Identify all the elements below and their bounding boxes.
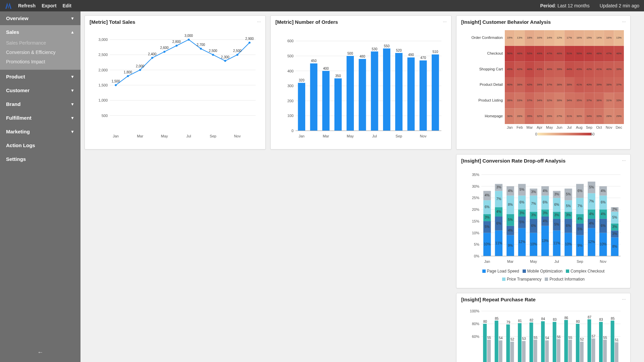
card-menu-icon[interactable]: … xyxy=(622,157,626,162)
topbar: Refresh Export Edit Period: Last 12 mont… xyxy=(0,0,644,11)
svg-text:2,300: 2,300 xyxy=(221,55,229,59)
card-menu-icon[interactable]: … xyxy=(257,18,261,23)
svg-text:3%: 3% xyxy=(531,213,536,217)
svg-text:29%: 29% xyxy=(616,115,622,118)
svg-point-24 xyxy=(151,57,153,59)
svg-text:30%: 30% xyxy=(577,115,582,118)
svg-text:25%: 25% xyxy=(472,196,479,200)
svg-rect-488 xyxy=(603,340,607,362)
svg-text:Jan: Jan xyxy=(299,134,305,138)
svg-point-30 xyxy=(188,39,190,41)
menu-refresh[interactable]: Refresh xyxy=(18,3,36,8)
svg-text:4%: 4% xyxy=(508,229,513,232)
svg-text:84: 84 xyxy=(541,317,545,321)
svg-rect-72 xyxy=(359,59,366,131)
svg-text:Checkout: Checkout xyxy=(487,51,503,55)
svg-text:6%: 6% xyxy=(601,200,606,204)
sidebar-collapse-icon[interactable]: ← xyxy=(37,349,43,356)
sidebar-item-promotions-impact[interactable]: Promotions Impact xyxy=(0,57,80,66)
menu-edit[interactable]: Edit xyxy=(62,3,71,8)
svg-text:20%: 20% xyxy=(472,207,479,212)
svg-text:28%: 28% xyxy=(606,115,612,118)
sidebar-section-overview[interactable]: Overview▼ xyxy=(0,11,80,25)
svg-text:5%: 5% xyxy=(485,225,490,229)
svg-text:5%: 5% xyxy=(589,185,594,189)
card-title: [Metric] Number of Orders xyxy=(275,19,446,25)
svg-text:5%: 5% xyxy=(566,204,571,208)
menu-export[interactable]: Export xyxy=(42,3,56,8)
svg-text:34%: 34% xyxy=(537,99,542,102)
svg-text:47%: 47% xyxy=(606,52,612,55)
sidebar-section-sales[interactable]: Sales▲ xyxy=(0,25,80,36)
svg-text:5%: 5% xyxy=(612,216,617,219)
svg-point-18 xyxy=(115,84,117,86)
svg-point-36 xyxy=(224,60,226,62)
svg-rect-464 xyxy=(534,340,537,362)
sidebar-section-brand[interactable]: Brand▼ xyxy=(0,97,80,111)
svg-text:3%: 3% xyxy=(543,211,548,215)
chevron-down-icon: ▼ xyxy=(70,74,74,79)
svg-text:6%: 6% xyxy=(601,224,606,228)
svg-text:85: 85 xyxy=(495,317,499,320)
svg-text:14%: 14% xyxy=(547,36,552,39)
content[interactable]: [Metric] Total Sales … 5001,0001,5002,00… xyxy=(80,11,644,362)
svg-text:100%: 100% xyxy=(470,309,479,313)
svg-text:Sep: Sep xyxy=(586,125,593,129)
svg-text:42%: 42% xyxy=(527,83,532,86)
svg-point-32 xyxy=(200,48,202,50)
svg-text:3,000: 3,000 xyxy=(98,38,108,42)
svg-text:8%: 8% xyxy=(508,203,513,206)
card-total-sales: [Metric] Total Sales … 5001,0001,5002,00… xyxy=(85,15,266,149)
svg-text:1,800: 1,800 xyxy=(124,70,132,74)
sidebar-section-customer[interactable]: Customer▼ xyxy=(0,83,80,97)
sidebar-section-product[interactable]: Product▼ xyxy=(0,70,80,83)
svg-text:1,500: 1,500 xyxy=(98,83,108,87)
sidebar-item-conversion-efficiency[interactable]: Conversion & Efficiency xyxy=(0,48,80,57)
svg-text:56: 56 xyxy=(557,335,561,339)
legend-item: Mobile Optimization xyxy=(523,269,562,274)
svg-point-20 xyxy=(127,75,129,77)
svg-text:55: 55 xyxy=(603,336,607,340)
svg-text:40%: 40% xyxy=(606,68,612,71)
card-menu-icon[interactable]: … xyxy=(622,18,626,23)
svg-text:14%: 14% xyxy=(596,36,602,39)
svg-text:3%: 3% xyxy=(566,213,571,217)
svg-rect-468 xyxy=(545,340,549,362)
svg-text:6%: 6% xyxy=(578,189,583,193)
sidebar-section-fulfillment[interactable]: Fulfillment▼ xyxy=(0,111,80,125)
svg-text:Jul: Jul xyxy=(372,134,377,138)
svg-text:46%: 46% xyxy=(557,52,562,55)
card-menu-icon[interactable]: … xyxy=(622,296,626,301)
svg-text:39%: 39% xyxy=(596,83,602,86)
svg-text:16%: 16% xyxy=(606,36,612,39)
svg-text:500: 500 xyxy=(287,54,293,58)
svg-text:4%: 4% xyxy=(589,212,594,216)
svg-text:37%: 37% xyxy=(616,83,622,86)
svg-text:5%: 5% xyxy=(474,242,479,246)
svg-text:5%: 5% xyxy=(520,220,525,224)
svg-text:Jul: Jul xyxy=(186,134,191,138)
svg-text:550: 550 xyxy=(384,44,390,48)
svg-text:83: 83 xyxy=(599,318,603,321)
svg-text:Homepage: Homepage xyxy=(485,114,503,118)
svg-text:10%: 10% xyxy=(565,242,572,246)
svg-text:16%: 16% xyxy=(577,36,582,39)
svg-text:43%: 43% xyxy=(577,68,582,71)
svg-rect-466 xyxy=(541,321,545,362)
svg-text:450: 450 xyxy=(311,59,317,63)
svg-text:2,500: 2,500 xyxy=(233,49,241,53)
svg-text:Mar: Mar xyxy=(507,259,514,263)
card-menu-icon[interactable]: … xyxy=(443,18,447,23)
svg-text:38%: 38% xyxy=(606,83,612,86)
sidebar-section-settings[interactable]: Settings xyxy=(0,152,80,166)
chart-behavior: Homepage30%28%35%32%29%27%31%30%34%33%28… xyxy=(461,27,626,141)
svg-rect-64 xyxy=(310,63,318,131)
svg-text:15%: 15% xyxy=(586,36,592,39)
svg-rect-84 xyxy=(432,54,439,131)
sidebar-section-action-logs[interactable]: Action Logs xyxy=(0,138,80,152)
sidebar: Overview▼Sales▲Sales PerformanceConversi… xyxy=(0,11,80,362)
svg-text:13%: 13% xyxy=(616,36,622,39)
svg-text:10%: 10% xyxy=(484,242,490,246)
sidebar-item-sales-performance[interactable]: Sales Performance xyxy=(0,38,80,48)
sidebar-section-marketing[interactable]: Marketing▼ xyxy=(0,125,80,138)
